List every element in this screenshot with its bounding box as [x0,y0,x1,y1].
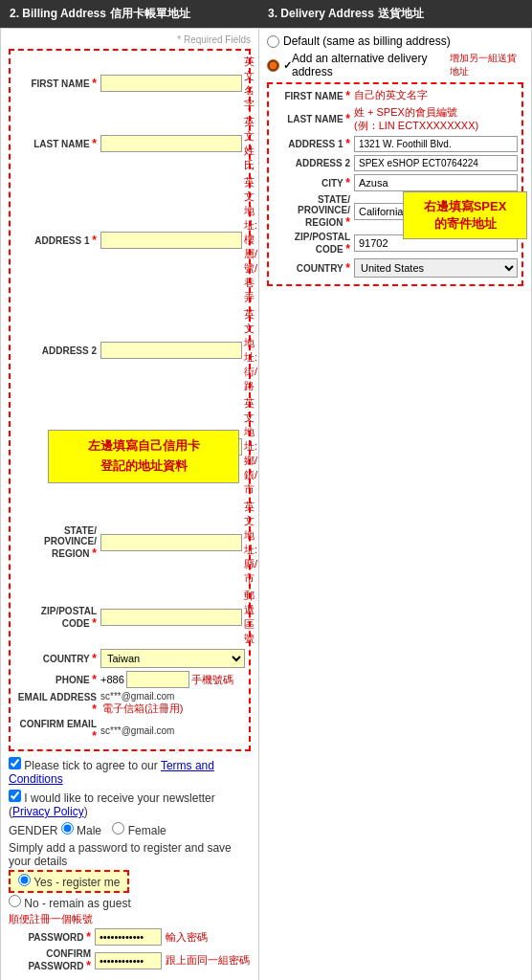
delivery-city-input[interactable] [354,174,518,191]
billing-lastname-hint: 英文姓氏 [242,115,255,172]
billing-country-select[interactable]: Taiwan United States [100,649,245,668]
billing-phone-prefix: +886 [100,674,126,685]
billing-firstname-input[interactable] [100,75,242,92]
delivery-alt-label: ✓ [283,59,292,72]
billing-phone-hint: 手機號碼 [189,673,245,687]
gender-female-radio[interactable] [112,822,124,835]
delivery-default-label: Default (same as billing address) [283,34,451,48]
billing-address2-label: ADDRESS 2 [14,345,100,356]
delivery-country-label: COUNTRY * [273,261,354,275]
register-description: Simply add a password to register and sa… [9,841,251,868]
billing-email-label: EMAIL ADDRESS * [14,692,100,716]
billing-country-label: COUNTRY * [14,652,100,665]
delivery-address2-row: ADDRESS 2 [273,155,518,171]
billing-city-hint: 英文地址:鄉/鎮/市 [242,396,257,497]
billing-extras: Please tick to agree to our Terms and Co… [9,757,251,972]
newsletter-row: I would like to receive your newsletter … [9,790,251,818]
gender-female-label: Female [112,824,166,837]
billing-lastname-input[interactable] [100,135,242,152]
delivery-option-default-row: Default (same as billing address) [267,34,523,48]
delivery-address2-input[interactable] [354,155,518,171]
delivery-alt-chinese: 增加另一組送貨地址 [450,52,523,78]
delivery-firstname-hint: 自己的英文名字 [354,89,428,100]
billing-address2-hint: 英文地址:街/路 [242,307,257,393]
register-note: 順便註冊一個帳號 [9,912,251,926]
billing-zip-row: ZIP/POSTAL CODE * 郵遞區號 [14,589,245,646]
billing-state-input[interactable] [100,534,242,551]
terms-link[interactable]: Terms and Conditions [9,759,214,786]
billing-password-row: PASSWORD * 輸入密碼 [9,928,251,946]
billing-phone-input[interactable] [126,671,189,688]
billing-email-hint: 電子信箱(註冊用) [100,702,183,714]
delivery-lastname-hint1: 姓 + SPEX的會員編號 [354,105,518,119]
billing-confirm-password-input[interactable] [95,952,162,969]
section-3-header: 3. Delivery Address 送貨地址 [258,0,532,28]
delivery-alt-radio[interactable] [267,59,279,72]
billing-zip-hint: 郵遞區號 [242,589,255,646]
privacy-link[interactable]: Privacy Policy [12,805,84,818]
delivery-state-label: STATE/ PROVINCE/ REGION * [273,194,354,229]
register-row: Simply add a password to register and sa… [9,841,251,926]
billing-confirm-email-label: CONFIRM EMAIL * [14,719,100,743]
delivery-lastname-label: LAST NAME * [273,112,354,125]
billing-password-hint: 輸入密碼 [166,930,208,945]
newsletter-checkbox[interactable] [9,790,21,802]
gender-row: GENDER Male Female [9,822,251,837]
billing-address1-label: ADDRESS 1 * [14,234,100,247]
delivery-address1-row: ADDRESS 1 * [273,136,518,152]
delivery-firstname-label: FIRST NAME * [273,89,354,102]
delivery-option-alt-row: ✓ Add an alternative delivery address 增加… [267,52,523,78]
billing-zip-input[interactable] [100,609,242,626]
billing-address2-input[interactable] [100,342,242,359]
billing-confirm-password-row: CONFIRM PASSWORD * 跟上面同一組密碼 [9,948,251,972]
terms-row: Please tick to agree to our Terms and Co… [9,757,251,786]
delivery-address1-label: ADDRESS 1 * [273,137,354,150]
billing-password-input[interactable] [95,928,162,946]
billing-address1-input[interactable] [100,232,242,249]
gender-male-radio[interactable] [61,822,74,835]
gender-male-label: Male [61,824,101,837]
billing-state-hint: 英文地址:縣/市 [242,500,257,586]
terms-checkbox[interactable] [9,757,21,769]
delivery-city-row: CITY * [273,174,518,191]
register-yes-label: Yes - register me [33,876,120,889]
delivery-country-select[interactable]: United States Taiwan [354,258,518,278]
billing-firstname-hint: 英文名字 [242,55,255,112]
billing-firstname-label: FIRST NAME * [14,77,100,90]
billing-address1-hint: 英文地址:樓層/號/巷弄 [242,175,257,304]
billing-section: * Required Fields FIRST NAME * 英文名字 LAST… [0,28,258,980]
billing-confirm-email-row: CONFIRM EMAIL * sc***@gmail.com [14,719,245,743]
delivery-city-label: CITY * [273,176,354,189]
terms-text: Please tick to agree to our Terms and Co… [9,759,214,786]
billing-state-row: STATE/ PROVINCE/ REGION * 英文地址:縣/市 [14,500,245,586]
billing-lastname-label: LAST NAME * [14,137,100,150]
spex-callout-bubble: 右邊填寫SPEX的寄件地址 [403,191,527,239]
billing-lastname-row: LAST NAME * 英文姓氏 [14,115,245,172]
delivery-form: FIRST NAME * 自己的英文名字 LAST NAME * 姓 + SPE… [267,82,523,286]
register-yes-radio[interactable] [18,874,31,886]
delivery-firstname-row: FIRST NAME * 自己的英文名字 [273,88,518,102]
required-note: * Required Fields [9,34,251,45]
delivery-zip-label: ZIP/POSTAL CODE * [273,232,354,256]
delivery-address2-label: ADDRESS 2 [273,158,354,168]
delivery-lastname-hint2: (例：LIN ECTXXXXXXXX) [354,119,518,132]
billing-callout-bubble: 左邊填寫自己信用卡登記的地址資料 [48,430,239,483]
delivery-lastname-row: LAST NAME * 姓 + SPEX的會員編號 (例：LIN ECTXXXX… [273,105,518,133]
billing-confirm-password-label: CONFIRM PASSWORD * [9,948,95,972]
billing-firstname-row: FIRST NAME * 英文名字 [14,55,245,112]
billing-delivery-container: * Required Fields FIRST NAME * 英文名字 LAST… [0,28,532,980]
register-no-label: No - remain as guest [24,897,130,910]
delivery-address1-input[interactable] [354,136,518,152]
billing-confirm-password-hint: 跟上面同一組密碼 [166,953,250,968]
delivery-default-radio[interactable] [267,35,279,48]
register-no-radio[interactable] [9,895,21,907]
gender-label: GENDER [9,824,57,837]
delivery-alt-text: Add an alternative delivery address [292,52,446,78]
billing-phone-label: PHONE * [14,673,100,686]
billing-country-row: COUNTRY * Taiwan United States [14,649,245,668]
section-2-header: 2. Billing Address 信用卡帳單地址 [0,0,258,28]
billing-state-label: STATE/ PROVINCE/ REGION * [14,525,100,560]
newsletter-text: I would like to receive your newsletter … [9,791,215,818]
delivery-country-row: COUNTRY * United States Taiwan [273,258,518,278]
billing-address1-row: ADDRESS 1 * 英文地址:樓層/號/巷弄 [14,175,245,304]
